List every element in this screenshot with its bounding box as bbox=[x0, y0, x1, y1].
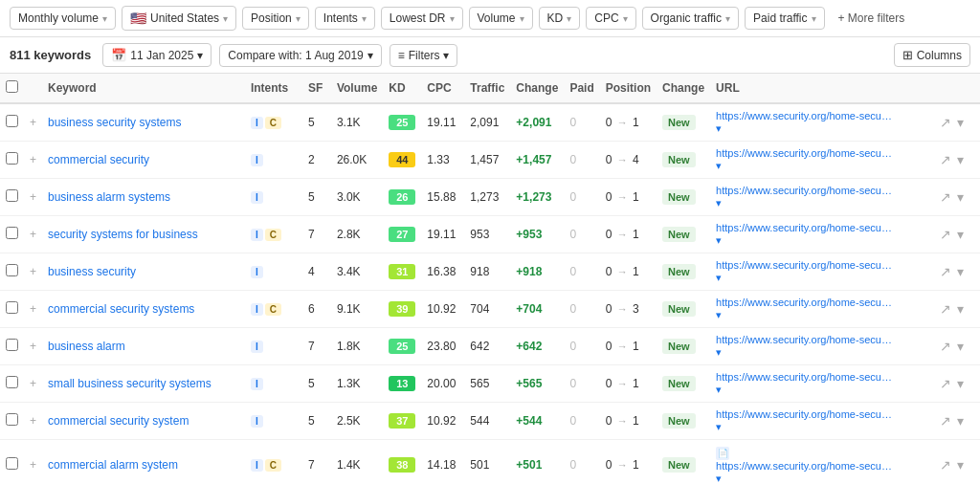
chart-icon[interactable]: ↗ bbox=[938, 150, 953, 169]
pos-change-column-header[interactable]: Change bbox=[657, 74, 710, 103]
keyword-link[interactable]: small business security systems bbox=[48, 377, 212, 390]
row-checkbox[interactable] bbox=[6, 189, 18, 202]
paid-traffic-filter[interactable]: Paid traffic ▾ bbox=[745, 7, 824, 30]
united-states-filter[interactable]: 🇺🇸 United States ▾ bbox=[122, 6, 236, 31]
compare-with-button[interactable]: Compare with: 1 Aug 2019 ▾ bbox=[219, 44, 381, 67]
select-all-checkbox[interactable] bbox=[6, 80, 18, 93]
keyword-link[interactable]: commercial security bbox=[48, 153, 149, 166]
chart-icon[interactable]: ↗ bbox=[938, 113, 953, 132]
change-column-header[interactable]: Change bbox=[510, 74, 564, 103]
traffic-cell: 1,273 bbox=[464, 179, 510, 216]
organic-traffic-filter[interactable]: Organic traffic ▾ bbox=[642, 7, 739, 30]
row-checkbox[interactable] bbox=[6, 376, 18, 388]
more-options-icon[interactable]: ▾ bbox=[955, 113, 966, 132]
keyword-link[interactable]: commercial alarm system bbox=[48, 458, 178, 472]
keyword-link[interactable]: business alarm bbox=[48, 340, 125, 353]
url-link[interactable]: https://www.security.org/home-security-s… bbox=[716, 222, 893, 233]
row-checkbox[interactable] bbox=[6, 413, 18, 426]
add-keyword-cell[interactable]: + bbox=[24, 440, 42, 485]
keyword-link[interactable]: commercial security system bbox=[48, 414, 189, 428]
url-link[interactable]: https://www.security.org/home-security-s… bbox=[716, 460, 893, 472]
keyword-link[interactable]: business alarm systems bbox=[48, 190, 170, 204]
row-checkbox[interactable] bbox=[6, 152, 18, 165]
chart-icon[interactable]: ↗ bbox=[938, 299, 953, 319]
row-checkbox[interactable] bbox=[6, 339, 18, 351]
more-options-icon[interactable]: ▾ bbox=[955, 225, 966, 244]
row-checkbox[interactable] bbox=[6, 227, 18, 239]
lowest-dr-filter[interactable]: Lowest DR ▾ bbox=[381, 7, 463, 30]
keyword-link[interactable]: business security bbox=[48, 265, 136, 278]
volume-column-header[interactable]: Volume bbox=[331, 74, 383, 103]
add-keyword-cell[interactable]: + bbox=[24, 253, 42, 291]
url-link[interactable]: https://www.security.org/home-security-s… bbox=[716, 147, 893, 159]
columns-button[interactable]: ⊞ Columns bbox=[894, 43, 970, 67]
url-link[interactable]: https://www.security.org/home-security-s… bbox=[716, 297, 893, 308]
add-keyword-cell[interactable]: + bbox=[24, 291, 42, 328]
position-filter[interactable]: Position ▾ bbox=[242, 7, 309, 30]
more-options-icon[interactable]: ▾ bbox=[955, 337, 966, 356]
url-expand-icon[interactable]: ▾ bbox=[716, 160, 722, 171]
volume-filter[interactable]: Volume ▾ bbox=[469, 7, 533, 30]
sf-column-header[interactable]: SF bbox=[302, 74, 331, 103]
kd-column-header[interactable]: KD bbox=[383, 74, 421, 103]
date-filter-button[interactable]: 📅 11 Jan 2025 ▾ bbox=[102, 43, 212, 67]
chart-icon[interactable]: ↗ bbox=[938, 187, 953, 207]
chart-icon[interactable]: ↗ bbox=[938, 411, 953, 430]
url-expand-icon[interactable]: ▾ bbox=[716, 234, 722, 246]
url-link[interactable]: https://www.security.org/home-security-s… bbox=[716, 110, 893, 121]
chart-icon[interactable]: ↗ bbox=[938, 225, 953, 244]
url-expand-icon[interactable]: ▾ bbox=[716, 197, 722, 209]
more-options-icon[interactable]: ▾ bbox=[955, 455, 966, 474]
intents-filter[interactable]: Intents ▾ bbox=[315, 7, 375, 30]
add-keyword-cell[interactable]: + bbox=[24, 328, 42, 365]
more-options-icon[interactable]: ▾ bbox=[955, 187, 966, 207]
more-options-icon[interactable]: ▾ bbox=[955, 299, 966, 319]
chart-icon[interactable]: ↗ bbox=[938, 262, 953, 281]
url-expand-icon[interactable]: ▾ bbox=[716, 473, 722, 484]
url-expand-icon[interactable]: ▾ bbox=[716, 384, 722, 395]
chart-icon[interactable]: ↗ bbox=[938, 337, 953, 356]
row-checkbox[interactable] bbox=[6, 457, 18, 470]
add-keyword-cell[interactable]: + bbox=[24, 403, 42, 440]
url-expand-icon[interactable]: ▾ bbox=[716, 122, 722, 134]
volume-cell: 3.0K bbox=[331, 179, 383, 216]
url-expand-icon[interactable]: ▾ bbox=[716, 421, 722, 432]
add-keyword-cell[interactable]: + bbox=[24, 216, 42, 253]
keyword-column-header[interactable]: Keyword bbox=[42, 74, 245, 103]
keyword-link[interactable]: business security systems bbox=[48, 116, 181, 129]
more-options-icon[interactable]: ▾ bbox=[955, 411, 966, 430]
position-column-header[interactable]: Position bbox=[600, 74, 657, 103]
more-options-icon[interactable]: ▾ bbox=[955, 262, 966, 281]
url-link[interactable]: https://www.security.org/home-security-s… bbox=[716, 408, 893, 420]
url-link[interactable]: https://www.security.org/home-security-s… bbox=[716, 334, 893, 345]
monthly-volume-filter[interactable]: Monthly volume ▾ bbox=[10, 7, 116, 30]
row-checkbox[interactable] bbox=[6, 115, 18, 127]
url-expand-icon[interactable]: ▾ bbox=[716, 346, 722, 358]
chart-icon[interactable]: ↗ bbox=[938, 374, 953, 393]
add-keyword-cell[interactable]: + bbox=[24, 142, 42, 179]
more-filters-button[interactable]: + More filters bbox=[831, 8, 913, 29]
url-link[interactable]: https://www.security.org/home-security-s… bbox=[716, 371, 893, 383]
add-keyword-cell[interactable]: + bbox=[24, 365, 42, 403]
keyword-link[interactable]: security systems for business bbox=[48, 228, 198, 241]
chart-icon[interactable]: ↗ bbox=[938, 455, 953, 474]
traffic-column-header[interactable]: Traffic bbox=[464, 74, 510, 103]
cpc-filter[interactable]: CPC ▾ bbox=[586, 7, 635, 30]
filters-button[interactable]: ≡ Filters ▾ bbox=[390, 44, 458, 67]
kd-filter[interactable]: KD ▾ bbox=[539, 7, 581, 30]
cpc-column-header[interactable]: CPC bbox=[421, 74, 464, 103]
url-expand-icon[interactable]: ▾ bbox=[716, 309, 722, 320]
url-link[interactable]: https://www.security.org/home-security-s… bbox=[716, 185, 893, 196]
intents-cell: I bbox=[245, 365, 302, 403]
more-options-icon[interactable]: ▾ bbox=[955, 150, 966, 169]
intents-column-header[interactable]: Intents bbox=[245, 74, 302, 103]
paid-column-header[interactable]: Paid bbox=[564, 74, 599, 103]
row-checkbox[interactable] bbox=[6, 301, 18, 314]
keyword-link[interactable]: commercial security systems bbox=[48, 302, 194, 316]
add-keyword-cell[interactable]: + bbox=[24, 179, 42, 216]
more-options-icon[interactable]: ▾ bbox=[955, 374, 966, 393]
row-checkbox[interactable] bbox=[6, 264, 18, 276]
url-link[interactable]: https://www.security.org/home-security-s… bbox=[716, 259, 893, 271]
add-keyword-cell[interactable]: + bbox=[24, 103, 42, 142]
url-expand-icon[interactable]: ▾ bbox=[716, 272, 722, 283]
